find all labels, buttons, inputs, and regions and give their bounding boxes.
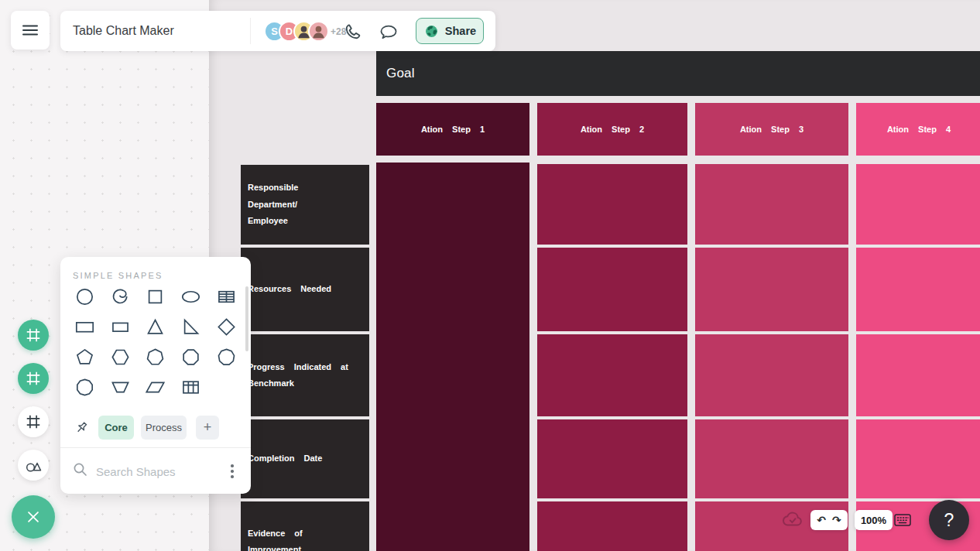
app-screen: Goal Ation Step 1 Ation Step 2 Ation Ste… xyxy=(0,0,980,551)
shape-triangle-icon[interactable] xyxy=(144,315,167,338)
table-cell[interactable] xyxy=(695,248,848,331)
help-label: ? xyxy=(944,510,954,531)
shape-circle-icon[interactable] xyxy=(74,285,97,308)
shape-octagon-icon[interactable] xyxy=(180,345,203,368)
table-cell-col1-merged[interactable] xyxy=(376,163,529,551)
table-cell[interactable] xyxy=(856,164,980,245)
frame-grid-icon xyxy=(25,327,42,344)
shape-heptagon-icon[interactable] xyxy=(144,345,167,368)
column-header-step3[interactable]: Ation Step 3 xyxy=(695,103,848,156)
row-header-completion[interactable]: Completion Date xyxy=(241,419,369,498)
shape-square-icon[interactable] xyxy=(144,285,167,308)
goal-label: Goal xyxy=(386,66,415,81)
shape-library-tabs: Core Process + xyxy=(60,416,251,440)
table-cell[interactable] xyxy=(537,419,687,498)
call-icon[interactable] xyxy=(343,22,363,42)
table-cell[interactable] xyxy=(695,164,848,245)
redo-icon[interactable]: ↷ xyxy=(832,515,841,525)
column-header-step1[interactable]: Ation Step 1 xyxy=(376,103,529,156)
shape-table-columns-icon[interactable] xyxy=(180,375,203,399)
circle-triangle-icon xyxy=(24,456,43,474)
tab-process[interactable]: Process xyxy=(141,416,187,440)
shape-search-bar xyxy=(60,447,251,494)
row-header-resources[interactable]: Resources Needed xyxy=(241,248,369,331)
table-cell[interactable] xyxy=(695,419,848,498)
shape-rectangle-icon[interactable] xyxy=(74,315,97,338)
comment-icon[interactable] xyxy=(379,22,399,42)
document-title: Table Chart Maker xyxy=(73,11,174,51)
shape-diamond-icon[interactable] xyxy=(214,315,238,338)
help-button[interactable]: ? xyxy=(929,500,969,540)
frame-grid-icon xyxy=(25,413,42,430)
shape-pentagon-icon[interactable] xyxy=(74,345,97,368)
shapes-section-title: SIMPLE SHAPES xyxy=(73,271,163,280)
hamburger-icon xyxy=(21,21,39,39)
globe-icon xyxy=(423,23,440,39)
shape-parallelogram-icon[interactable] xyxy=(144,375,167,399)
shape-nonagon-icon[interactable] xyxy=(214,345,238,368)
panel-scrollbar[interactable] xyxy=(245,286,248,351)
cloud-sync-icon xyxy=(780,508,805,532)
column-header-step2[interactable]: Ation Step 2 xyxy=(537,103,687,156)
toolbar: Table Chart Maker ▾ S D +28 xyxy=(60,11,495,51)
table-cell[interactable] xyxy=(856,248,980,331)
table-cell[interactable] xyxy=(537,248,687,331)
main-menu-button[interactable] xyxy=(11,11,50,50)
pin-button[interactable] xyxy=(70,417,92,439)
pushpin-icon xyxy=(73,419,90,436)
undo-icon[interactable]: ↶ xyxy=(817,515,826,525)
search-shapes-input[interactable] xyxy=(96,460,212,482)
frame-grid-icon xyxy=(25,370,42,387)
more-options-icon[interactable] xyxy=(224,448,240,495)
tab-core[interactable]: Core xyxy=(98,416,134,440)
table-cell[interactable] xyxy=(856,334,980,416)
shape-right-triangle-icon[interactable] xyxy=(180,315,203,338)
person-photo-icon xyxy=(310,22,327,40)
table-cell[interactable] xyxy=(537,164,687,245)
toolbar-divider xyxy=(250,18,251,44)
share-label: Share xyxy=(445,25,476,37)
table-cell[interactable] xyxy=(856,419,980,498)
avatar[interactable] xyxy=(308,21,329,42)
table-goal-header[interactable]: Goal xyxy=(376,51,980,96)
shape-swirl-icon[interactable] xyxy=(108,285,132,308)
row-header-progress[interactable]: Progress Indicated at Benchmark xyxy=(241,334,369,416)
shapes-panel: SIMPLE SHAPES xyxy=(60,257,251,494)
column-header-step4[interactable]: Ation Step 4 xyxy=(856,103,980,156)
row-header-responsible[interactable]: Responsible Department/ Employee xyxy=(241,165,369,245)
search-icon xyxy=(71,460,90,479)
shape-hexagon-icon[interactable] xyxy=(108,345,132,368)
close-icon xyxy=(23,507,43,527)
table-cell[interactable] xyxy=(537,334,687,416)
table-cell[interactable] xyxy=(695,334,848,416)
shapes-tool-button[interactable] xyxy=(18,450,49,481)
row-header-evidence[interactable]: Evidence of Improvement xyxy=(241,501,369,551)
table-tool-button-2[interactable] xyxy=(18,363,49,394)
collaborator-avatars[interactable]: S D +28 xyxy=(264,21,346,42)
shape-rectangle-alt-icon[interactable] xyxy=(108,315,132,338)
shape-decagon-icon[interactable] xyxy=(74,375,97,399)
shape-ellipse-icon[interactable] xyxy=(180,285,203,308)
add-shape-library-button[interactable]: + xyxy=(196,416,219,440)
zoom-level-button[interactable]: 100% xyxy=(855,510,893,530)
shape-table-rows-icon[interactable] xyxy=(214,285,238,308)
shape-grid xyxy=(67,285,244,399)
history-controls: ↶ ↷ xyxy=(810,510,848,530)
table-cell[interactable] xyxy=(537,501,687,551)
table-tool-button[interactable] xyxy=(18,320,49,351)
share-button[interactable]: Share xyxy=(416,18,484,44)
shape-trapezoid-icon[interactable] xyxy=(108,375,132,399)
close-panel-button[interactable] xyxy=(12,495,55,539)
keyboard-shortcuts-icon[interactable] xyxy=(893,512,912,529)
frame-tool-button[interactable] xyxy=(18,406,49,437)
